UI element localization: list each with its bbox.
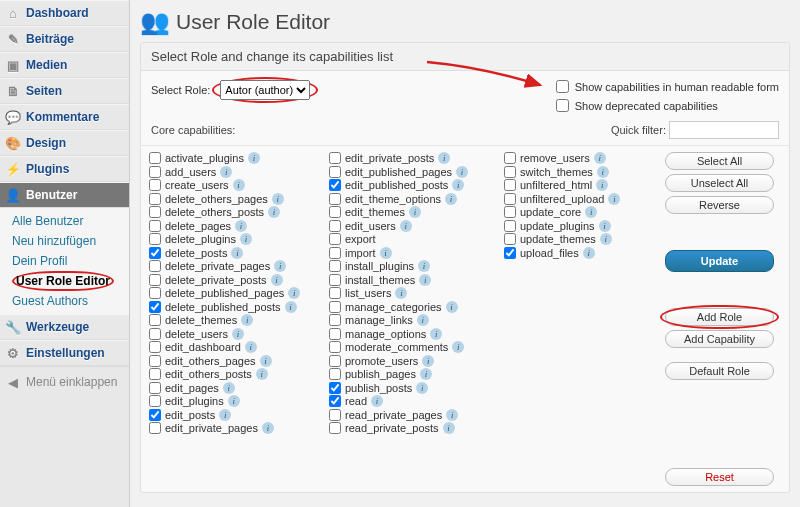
capability-edit_posts[interactable]: edit_postsi <box>149 409 329 421</box>
quick-filter-input[interactable] <box>669 121 779 139</box>
capability-delete_published_pages[interactable]: delete_published_pagesi <box>149 287 329 299</box>
help-icon[interactable]: i <box>417 314 429 326</box>
capability-publish_pages[interactable]: publish_pagesi <box>329 368 504 380</box>
capability-remove_users[interactable]: remove_usersi <box>504 152 659 164</box>
capability-checkbox[interactable] <box>149 382 161 394</box>
capability-checkbox[interactable] <box>504 166 516 178</box>
default-role-button[interactable]: Default Role <box>665 362 774 380</box>
help-icon[interactable]: i <box>420 368 432 380</box>
help-icon[interactable]: i <box>585 206 597 218</box>
sidebar-item-design[interactable]: 🎨Design <box>0 130 129 156</box>
capability-checkbox[interactable] <box>149 328 161 340</box>
capability-read[interactable]: readi <box>329 395 504 407</box>
sidebar-item-beiträge[interactable]: ✎Beiträge <box>0 26 129 52</box>
help-icon[interactable]: i <box>228 395 240 407</box>
help-icon[interactable]: i <box>599 220 611 232</box>
capability-checkbox[interactable] <box>149 409 161 421</box>
help-icon[interactable]: i <box>395 287 407 299</box>
capability-checkbox[interactable] <box>504 206 516 218</box>
capability-checkbox[interactable] <box>329 355 341 367</box>
help-icon[interactable]: i <box>608 193 620 205</box>
sidebar-sub-user-role-editor[interactable]: User Role Editor <box>0 271 129 291</box>
help-icon[interactable]: i <box>272 193 284 205</box>
help-icon[interactable]: i <box>400 220 412 232</box>
capability-checkbox[interactable] <box>149 274 161 286</box>
help-icon[interactable]: i <box>271 274 283 286</box>
add-capability-button[interactable]: Add Capability <box>665 330 774 348</box>
capability-update_core[interactable]: update_corei <box>504 206 659 218</box>
capability-edit_others_posts[interactable]: edit_others_postsi <box>149 368 329 380</box>
capability-checkbox[interactable] <box>329 206 341 218</box>
capability-checkbox[interactable] <box>329 274 341 286</box>
sidebar-item-plugins[interactable]: ⚡Plugins <box>0 156 129 182</box>
capability-delete_others_pages[interactable]: delete_others_pagesi <box>149 193 329 205</box>
capability-moderate_comments[interactable]: moderate_commentsi <box>329 341 504 353</box>
capability-checkbox[interactable] <box>149 355 161 367</box>
capability-checkbox[interactable] <box>149 368 161 380</box>
help-icon[interactable]: i <box>452 179 464 191</box>
help-icon[interactable]: i <box>380 247 392 259</box>
capability-manage_links[interactable]: manage_linksi <box>329 314 504 326</box>
capability-update_themes[interactable]: update_themesi <box>504 233 659 245</box>
capability-edit_plugins[interactable]: edit_pluginsi <box>149 395 329 407</box>
help-icon[interactable]: i <box>418 260 430 272</box>
select-all-button[interactable]: Select All <box>665 152 774 170</box>
capability-delete_plugins[interactable]: delete_pluginsi <box>149 233 329 245</box>
capability-export[interactable]: export <box>329 233 504 245</box>
help-icon[interactable]: i <box>274 260 286 272</box>
capability-checkbox[interactable] <box>149 247 161 259</box>
capability-manage_options[interactable]: manage_optionsi <box>329 328 504 340</box>
capability-delete_users[interactable]: delete_usersi <box>149 328 329 340</box>
help-icon[interactable]: i <box>419 274 431 286</box>
sidebar-sub-dein-profil[interactable]: Dein Profil <box>0 251 129 271</box>
capability-publish_posts[interactable]: publish_postsi <box>329 382 504 394</box>
capability-checkbox[interactable] <box>504 152 516 164</box>
capability-checkbox[interactable] <box>329 166 341 178</box>
help-icon[interactable]: i <box>456 166 468 178</box>
help-icon[interactable]: i <box>430 328 442 340</box>
help-icon[interactable]: i <box>285 301 297 313</box>
capability-edit_private_posts[interactable]: edit_private_postsi <box>329 152 504 164</box>
capability-edit_users[interactable]: edit_usersi <box>329 220 504 232</box>
capability-switch_themes[interactable]: switch_themesi <box>504 166 659 178</box>
add-role-button[interactable]: Add Role <box>665 308 774 326</box>
capability-checkbox[interactable] <box>149 233 161 245</box>
capability-install_themes[interactable]: install_themesi <box>329 274 504 286</box>
capability-edit_theme_options[interactable]: edit_theme_optionsi <box>329 193 504 205</box>
help-icon[interactable]: i <box>596 179 608 191</box>
capability-checkbox[interactable] <box>329 368 341 380</box>
capability-delete_posts[interactable]: delete_postsi <box>149 247 329 259</box>
capability-checkbox[interactable] <box>329 247 341 259</box>
help-icon[interactable]: i <box>597 166 609 178</box>
update-button[interactable]: Update <box>665 250 774 272</box>
reset-button[interactable]: Reset <box>665 468 774 486</box>
capability-checkbox[interactable] <box>504 247 516 259</box>
capability-checkbox[interactable] <box>329 233 341 245</box>
capability-edit_published_posts[interactable]: edit_published_postsi <box>329 179 504 191</box>
unselect-all-button[interactable]: Unselect All <box>665 174 774 192</box>
capability-checkbox[interactable] <box>149 220 161 232</box>
capability-read_private_posts[interactable]: read_private_postsi <box>329 422 504 434</box>
capability-checkbox[interactable] <box>329 314 341 326</box>
sidebar-item-benutzer[interactable]: 👤Benutzer <box>0 182 129 208</box>
capability-checkbox[interactable] <box>329 328 341 340</box>
capability-checkbox[interactable] <box>329 260 341 272</box>
capability-upload_files[interactable]: upload_filesi <box>504 247 659 259</box>
capability-edit_others_pages[interactable]: edit_others_pagesi <box>149 355 329 367</box>
capability-checkbox[interactable] <box>149 152 161 164</box>
capability-delete_private_posts[interactable]: delete_private_postsi <box>149 274 329 286</box>
capability-checkbox[interactable] <box>149 301 161 313</box>
capability-add_users[interactable]: add_usersi <box>149 166 329 178</box>
help-icon[interactable]: i <box>443 422 455 434</box>
capability-checkbox[interactable] <box>329 179 341 191</box>
capability-checkbox[interactable] <box>149 287 161 299</box>
opt-deprecated[interactable]: Show deprecated capabilities <box>552 96 779 115</box>
capability-import[interactable]: importi <box>329 247 504 259</box>
capability-edit_themes[interactable]: edit_themesi <box>329 206 504 218</box>
capability-checkbox[interactable] <box>504 179 516 191</box>
capability-install_plugins[interactable]: install_pluginsi <box>329 260 504 272</box>
capability-checkbox[interactable] <box>329 395 341 407</box>
help-icon[interactable]: i <box>245 341 257 353</box>
capability-checkbox[interactable] <box>149 166 161 178</box>
help-icon[interactable]: i <box>446 301 458 313</box>
